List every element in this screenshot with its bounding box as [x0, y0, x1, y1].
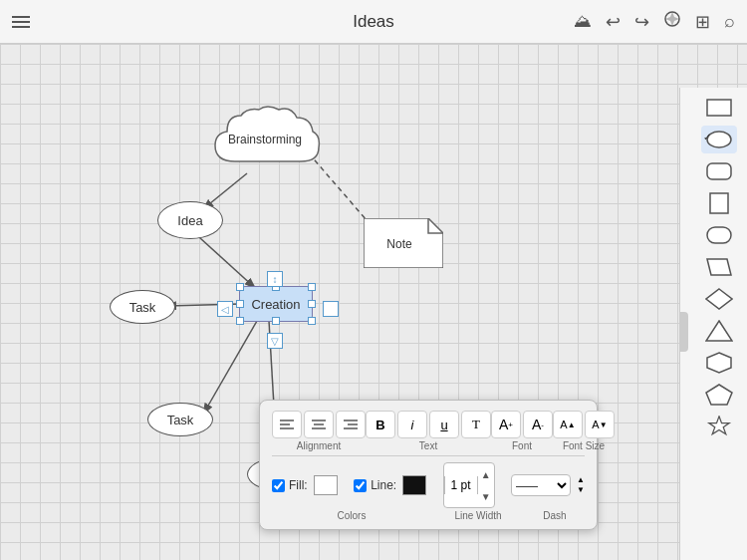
align-center-button[interactable]: [304, 411, 334, 438]
dash-up-button[interactable]: ▲: [577, 475, 585, 485]
handle-ml[interactable]: [236, 300, 244, 308]
task1-shape[interactable]: Task: [110, 290, 175, 324]
svg-marker-29: [706, 385, 732, 405]
search-icon[interactable]: ⌕: [724, 11, 735, 32]
font-size-group: A▲ A▼ Font Size: [553, 411, 615, 451]
grid-icon[interactable]: ⊞: [695, 11, 710, 33]
page-title: Ideas: [353, 12, 394, 32]
handle-bl[interactable]: [236, 317, 244, 325]
shape-item-pentagon[interactable]: [701, 381, 737, 409]
line-color-swatch[interactable]: [402, 475, 426, 495]
shape-item-diamond[interactable]: [701, 285, 737, 313]
handle-tl[interactable]: [236, 283, 244, 291]
svg-text:Brainstorming: Brainstorming: [228, 133, 302, 146]
line-width-stepper: 1 pt ▲ ▼: [443, 462, 495, 508]
fill-color-swatch[interactable]: [314, 475, 338, 495]
font-larger-button[interactable]: A+: [491, 411, 521, 438]
text-buttons: B i u T: [366, 411, 491, 438]
panel-drag-handle[interactable]: [680, 312, 688, 352]
color-icon[interactable]: [663, 10, 681, 33]
align-right-button[interactable]: [336, 411, 366, 438]
shape-item-triangle[interactable]: [701, 317, 737, 345]
shape-item-rounded-rect[interactable]: [701, 157, 737, 185]
svg-text:Note: Note: [386, 237, 412, 251]
font-group: A+ A- Font: [491, 411, 553, 451]
italic-button[interactable]: i: [397, 411, 427, 438]
alignment-buttons: [272, 411, 366, 438]
font-smaller-button[interactable]: A-: [523, 411, 553, 438]
svg-rect-22: [707, 163, 731, 179]
bold-button[interactable]: B: [366, 411, 395, 438]
text-type-button[interactable]: T: [461, 411, 491, 438]
svg-marker-25: [707, 259, 731, 275]
toolbar-options-row: Fill: Line: 1 pt ▲ ▼: [272, 462, 585, 508]
svg-marker-27: [706, 321, 732, 341]
align-left-button[interactable]: [272, 411, 302, 438]
line-label: Line:: [371, 478, 396, 492]
linewidth-section-label: Line Width: [438, 510, 518, 521]
undo-icon[interactable]: ↩: [606, 11, 621, 33]
svg-line-5: [204, 321, 257, 413]
line-checkbox[interactable]: [354, 479, 367, 492]
handle-br[interactable]: [308, 317, 316, 325]
font-buttons: A+ A-: [491, 411, 553, 438]
section-labels-row: Colors Line Width Dash: [272, 508, 585, 521]
svg-marker-30: [708, 417, 728, 434]
text-group: B i u T Text: [366, 411, 491, 451]
header-left: [12, 16, 30, 28]
dash-select[interactable]: —— - - - · · ·: [511, 474, 571, 496]
redo-icon[interactable]: ↪: [634, 11, 649, 33]
creation-shape[interactable]: Creation: [239, 286, 313, 322]
font-size-down-button[interactable]: A▼: [585, 411, 615, 438]
note-shape[interactable]: Note: [364, 218, 443, 268]
svg-rect-24: [707, 227, 731, 243]
shape-item-tall-rect[interactable]: [701, 189, 737, 217]
fill-label: Fill:: [289, 478, 308, 492]
font-size-label: Font Size: [563, 440, 605, 451]
fill-color-section: Fill:: [272, 475, 338, 495]
svg-rect-20: [707, 100, 731, 116]
shape-item-rounded-rect2[interactable]: [701, 221, 737, 249]
font-size-up-button[interactable]: A▲: [553, 411, 583, 438]
canvas-area[interactable]: Brainstorming Idea Creation ↕ ◁ ▽ Task T…: [0, 44, 747, 560]
fill-checkbox-label: Fill:: [272, 478, 308, 492]
shape-item-rectangle[interactable]: [701, 94, 737, 122]
task2-shape[interactable]: Task: [147, 403, 213, 436]
underline-button[interactable]: u: [429, 411, 459, 438]
dash-section: —— - - - · · · ▲ ▼: [511, 474, 585, 496]
line-width-down-button[interactable]: ▼: [478, 485, 494, 507]
text-label: Text: [419, 440, 437, 451]
dash-down-button[interactable]: ▼: [577, 485, 585, 495]
scale-handle-left[interactable]: ◁: [217, 301, 233, 317]
alignment-label: Alignment: [297, 440, 341, 451]
font-label: Font: [512, 440, 532, 451]
line-width-value: 1 pt: [444, 476, 478, 494]
brainstorming-shape[interactable]: Brainstorming: [205, 102, 325, 173]
scale-handle-bottom[interactable]: ▽: [267, 333, 283, 349]
scale-handle-right[interactable]: [323, 301, 339, 317]
toolbar-button-row: Alignment B i u T Text A+ A- Font: [272, 411, 585, 451]
fill-checkbox[interactable]: [272, 479, 285, 492]
toolbar-divider: [272, 455, 585, 456]
image-icon[interactable]: ⛰: [574, 11, 592, 32]
line-color-section: Line:: [354, 475, 426, 495]
svg-line-1: [204, 173, 247, 208]
menu-icon[interactable]: [12, 16, 30, 28]
shape-item-ellipse[interactable]: ✓: [701, 126, 737, 153]
shape-item-parallelogram[interactable]: [701, 253, 737, 281]
shape-item-hexagon[interactable]: [701, 349, 737, 377]
header-bar: Ideas ⛰ ↩ ↪ ⊞ ⌕: [0, 0, 747, 44]
handle-tr[interactable]: [308, 283, 316, 291]
svg-marker-26: [706, 289, 732, 309]
idea-shape[interactable]: Idea: [157, 201, 223, 239]
alignment-group: Alignment: [272, 411, 366, 451]
line-width-section: 1 pt ▲ ▼: [443, 462, 495, 508]
rotate-handle[interactable]: ↕: [267, 271, 283, 287]
header-right: ⛰ ↩ ↪ ⊞ ⌕: [574, 10, 735, 33]
handle-bm[interactable]: [272, 317, 280, 325]
selected-checkmark: ✓: [703, 132, 711, 142]
line-width-up-button[interactable]: ▲: [478, 463, 494, 485]
svg-rect-23: [710, 193, 728, 213]
shape-item-star[interactable]: [701, 413, 737, 440]
handle-mr[interactable]: [308, 300, 316, 308]
